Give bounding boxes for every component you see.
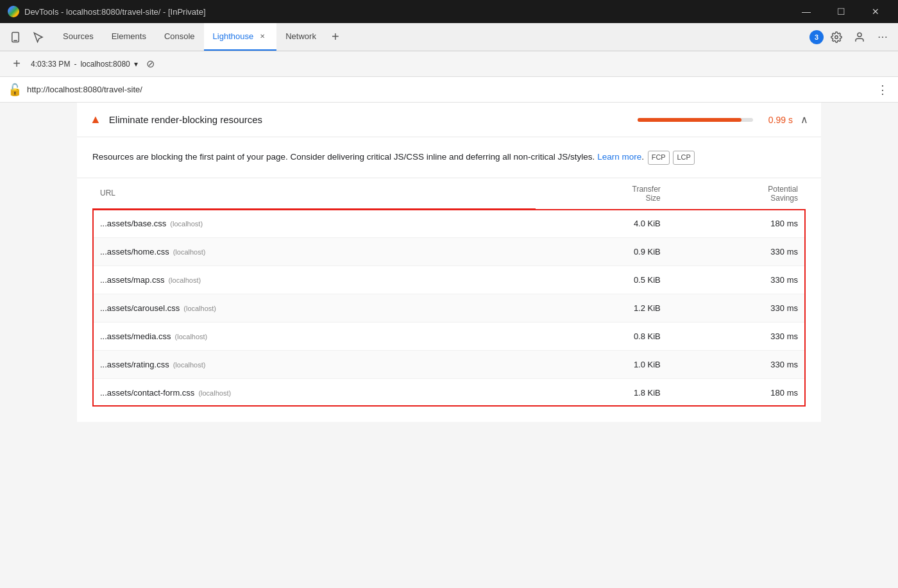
cell-savings: 330 ms <box>668 323 806 351</box>
file-name: ...assets/base.css <box>100 219 166 228</box>
file-origin: (localhost) <box>175 333 208 340</box>
window-controls: — ☐ ✕ <box>792 0 890 23</box>
cell-savings: 180 ms <box>668 379 806 407</box>
file-origin: (localhost) <box>183 305 216 312</box>
address-time: 4:03:33 PM <box>31 60 70 69</box>
cell-transfer-size: 1.8 KiB <box>536 379 668 407</box>
cell-transfer-size: 4.0 KiB <box>536 209 668 238</box>
col-url: URL <box>92 178 536 210</box>
address-info: 4:03:33 PM - localhost:8080 ▾ <box>31 60 138 69</box>
cell-url: ...assets/base.css(localhost) <box>92 209 536 238</box>
tab-network[interactable]: Network <box>276 23 325 51</box>
security-icon: 🔓 <box>8 83 22 97</box>
svg-rect-1 <box>13 40 17 41</box>
file-origin: (localhost) <box>170 220 203 228</box>
tab-lighthouse[interactable]: Lighthouse ✕ <box>204 23 277 51</box>
audit-title: Eliminate render-blocking resources <box>109 114 630 125</box>
file-origin: (localhost) <box>168 276 201 284</box>
tab-bar-left-controls <box>5 23 54 51</box>
inspect-button[interactable] <box>28 27 49 47</box>
file-name: ...assets/home.css <box>100 247 169 256</box>
audit-warning-icon: ▲ <box>90 113 101 126</box>
table-row: ...assets/media.css(localhost)0.8 KiB330… <box>92 323 806 351</box>
audit-bar-container <box>638 118 753 122</box>
file-name: ...assets/rating.css <box>100 360 169 369</box>
browser-icon <box>8 6 19 17</box>
file-name: ...assets/carousel.css <box>100 303 180 313</box>
tab-elements[interactable]: Elements <box>103 23 155 51</box>
tab-console[interactable]: Console <box>155 23 204 51</box>
audit-bar-fill <box>638 118 741 122</box>
cell-savings: 180 ms <box>668 209 806 238</box>
cell-url: ...assets/rating.css(localhost) <box>92 351 536 379</box>
cell-savings: 330 ms <box>668 351 806 379</box>
cell-transfer-size: 0.5 KiB <box>536 266 668 294</box>
cell-url: ...assets/map.css(localhost) <box>92 266 536 294</box>
cell-savings: 330 ms <box>668 266 806 294</box>
file-origin: (localhost) <box>173 361 206 369</box>
col-transfer-size: TransferSize <box>536 178 668 210</box>
tab-lighthouse-label: Lighthouse <box>213 31 254 41</box>
fcp-badge: FCP <box>648 151 670 165</box>
title-bar-text: DevTools - localhost:8080/travel-site/ -… <box>24 7 792 17</box>
cell-url: ...assets/media.css(localhost) <box>92 323 536 351</box>
audit-score: 0.99 s <box>761 115 793 125</box>
minimize-button[interactable]: — <box>792 0 821 23</box>
file-origin: (localhost) <box>173 248 206 256</box>
tab-bar: Sources Elements Console Lighthouse ✕ Ne… <box>0 23 898 51</box>
address-url[interactable]: localhost:8080 <box>80 60 130 69</box>
user-button[interactable] <box>849 27 870 47</box>
address-dropdown[interactable]: ▾ <box>134 60 138 69</box>
lighthouse-panel: ▲ Eliminate render-blocking resources 0.… <box>77 103 821 422</box>
table-row: ...assets/carousel.css(localhost)1.2 KiB… <box>92 294 806 323</box>
table-header: URL TransferSize PotentialSavings <box>92 178 806 210</box>
table-row: ...assets/base.css(localhost)4.0 KiB180 … <box>92 209 806 238</box>
lcp-badge: LCP <box>673 151 694 165</box>
cell-url: ...assets/contact-form.css(localhost) <box>92 379 536 407</box>
tab-network-label: Network <box>285 31 316 41</box>
table-row: ...assets/home.css(localhost)0.9 KiB330 … <box>92 238 806 266</box>
table-row: ...assets/contact-form.css(localhost)1.8… <box>92 379 806 407</box>
table-row: ...assets/map.css(localhost)0.5 KiB330 m… <box>92 266 806 294</box>
cell-transfer-size: 0.8 KiB <box>536 323 668 351</box>
new-tab-button[interactable]: + <box>8 55 26 73</box>
tab-sources-label: Sources <box>63 31 94 41</box>
stop-button[interactable]: ⊘ <box>143 56 158 72</box>
table-body: ...assets/base.css(localhost)4.0 KiB180 … <box>92 209 806 407</box>
add-tab-button[interactable]: + <box>325 27 346 47</box>
url-text[interactable]: http://localhost:8080/travel-site/ <box>27 85 870 94</box>
audit-table-container: URL TransferSize PotentialSavings ...ass… <box>77 178 821 423</box>
url-bar-row: 🔓 http://localhost:8080/travel-site/ ⋮ <box>0 77 898 103</box>
cell-savings: 330 ms <box>668 238 806 266</box>
cell-savings: 330 ms <box>668 294 806 323</box>
tab-bar-right-controls: 3 ⋯ <box>809 23 898 51</box>
settings-button[interactable] <box>826 27 847 47</box>
address-bar-row: + 4:03:33 PM - localhost:8080 ▾ ⊘ <box>0 51 898 77</box>
file-name: ...assets/map.css <box>100 275 164 285</box>
cell-transfer-size: 1.0 KiB <box>536 351 668 379</box>
close-button[interactable]: ✕ <box>861 0 890 23</box>
audit-body: Resources are blocking the first paint o… <box>77 137 821 178</box>
svg-point-2 <box>835 35 838 38</box>
cell-transfer-size: 1.2 KiB <box>536 294 668 323</box>
audit-table: URL TransferSize PotentialSavings ...ass… <box>92 178 806 407</box>
device-toolbar-button[interactable] <box>5 27 26 47</box>
url-more-button[interactable]: ⋮ <box>875 82 890 97</box>
file-name: ...assets/media.css <box>100 332 171 341</box>
tab-console-label: Console <box>164 31 195 41</box>
notification-badge[interactable]: 3 <box>809 30 824 44</box>
learn-more-link[interactable]: Learn more <box>597 152 641 162</box>
maximize-button[interactable]: ☐ <box>826 0 856 23</box>
more-button[interactable]: ⋯ <box>872 27 893 47</box>
tab-lighthouse-close[interactable]: ✕ <box>257 31 267 42</box>
cell-url: ...assets/home.css(localhost) <box>92 238 536 266</box>
audit-chevron-icon[interactable]: ∧ <box>801 113 808 126</box>
file-origin: (localhost) <box>198 389 231 397</box>
tab-sources[interactable]: Sources <box>54 23 103 51</box>
file-name: ...assets/contact-form.css <box>100 388 194 398</box>
svg-point-3 <box>858 33 861 37</box>
audit-header: ▲ Eliminate render-blocking resources 0.… <box>77 103 821 137</box>
main-content: ▲ Eliminate render-blocking resources 0.… <box>0 103 898 588</box>
audit-description: Resources are blocking the first paint o… <box>92 150 806 165</box>
tab-elements-label: Elements <box>112 31 146 41</box>
